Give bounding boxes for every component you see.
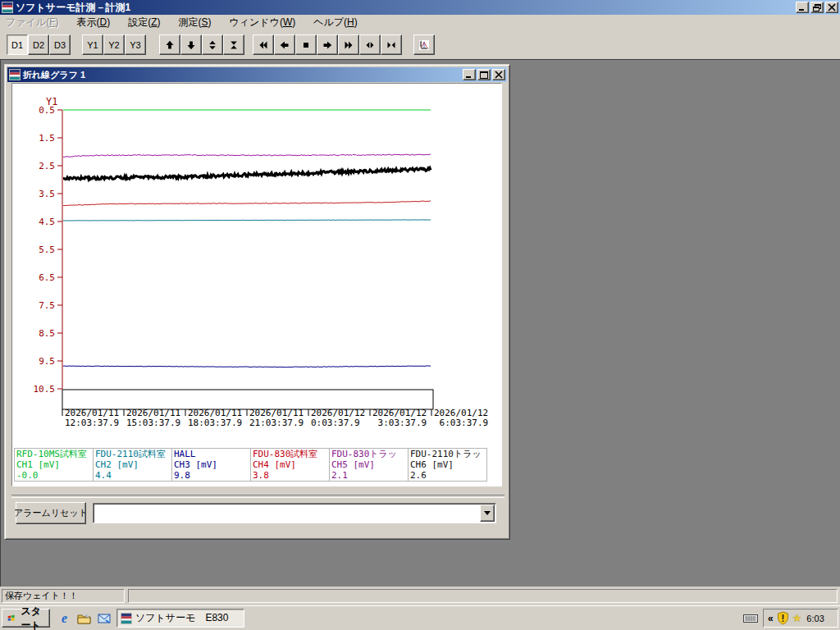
legend-channel-5: FDU-830トラッCH5 [mV]2.1 — [329, 448, 409, 482]
status-bar: 保存ウェイト！！ — [0, 587, 840, 605]
legend-device-name: HALL — [174, 449, 249, 459]
legend-channel-1: RFD-10MS試料室CH1 [mV]-0.0 — [14, 448, 94, 482]
toolbar-button-fast-forward[interactable] — [338, 34, 359, 55]
toolbar-button-y3[interactable]: Y3 — [125, 34, 146, 55]
channel-legend: RFD-10MS試料室CH1 [mV]-0.0FDU-2110試料室CH2 [m… — [14, 448, 486, 482]
toolbar-button-scroll-up[interactable] — [159, 34, 180, 55]
svg-text:18:03:37.9: 18:03:37.9 — [188, 418, 242, 428]
menu-item-settings[interactable]: 設定(Z) — [122, 15, 166, 30]
toolbar-button-step-forward[interactable] — [317, 34, 338, 55]
compress-vertical-icon — [229, 39, 239, 52]
taskbar-task-softthermo[interactable]: ソフトサーモ E830 — [116, 609, 244, 628]
svg-text:7.5: 7.5 — [39, 300, 55, 311]
fast-forward-icon — [344, 39, 354, 52]
toolbar-button-rewind[interactable] — [253, 34, 274, 55]
svg-text:0.5: 0.5 — [39, 105, 55, 116]
menu-item-measure[interactable]: 測定(S) — [172, 15, 217, 30]
toolbar-button-d2[interactable]: D2 — [28, 34, 49, 55]
menu-item-view[interactable]: 表示(D) — [71, 15, 116, 30]
shield-alert-icon[interactable] — [777, 611, 789, 625]
legend-channel-value: 2.1 — [331, 470, 406, 481]
toolbar-button-d3[interactable]: D3 — [49, 34, 71, 55]
legend-channel-value: 2.6 — [410, 470, 485, 481]
svg-text:5.5: 5.5 — [39, 244, 55, 255]
svg-text:10.5: 10.5 — [34, 384, 56, 395]
mdi-client-area: 折れ線グラフ 1 Y10.51.52.53.54.55.56.57.58.59.… — [0, 59, 840, 587]
child-maximize-button[interactable] — [477, 69, 491, 80]
combobox-value[interactable] — [95, 505, 479, 521]
stop-icon — [301, 39, 311, 52]
toolbar-button-d1[interactable]: D1 — [7, 34, 28, 55]
toolbar-button-line-chart[interactable] — [413, 34, 435, 55]
minimize-icon — [797, 3, 807, 11]
desktop: ソフトサーモ計測－計測1 ファイル(F)表示(D)設定(Z)測定(S)ウィンドウ… — [0, 0, 840, 630]
graph-window-title: 折れ線グラフ 1 — [23, 69, 85, 81]
line-chart-icon — [419, 39, 429, 52]
toolbar-button-y2[interactable]: Y2 — [103, 34, 125, 55]
menu-item-help[interactable]: ヘルプ(H) — [308, 15, 363, 30]
svg-text:4.5: 4.5 — [39, 217, 55, 227]
toolbar-button-scroll-down[interactable] — [180, 34, 202, 55]
divider — [11, 495, 504, 498]
legend-device-name: FDU-830試料室 — [253, 449, 327, 459]
maximize-icon — [479, 71, 489, 80]
star-icon[interactable]: ★ — [792, 612, 802, 624]
toolbar-button-stop[interactable] — [295, 34, 317, 55]
combobox-dropdown-button[interactable] — [480, 504, 495, 522]
scroll-down-icon — [186, 39, 196, 52]
minimize-button[interactable] — [796, 2, 809, 13]
keyboard-icon[interactable] — [743, 613, 758, 623]
step-back-icon — [280, 39, 290, 52]
graph-window: 折れ線グラフ 1 Y10.51.52.53.54.55.56.57.58.59.… — [4, 64, 510, 540]
toolbar-button-compress-vertical[interactable] — [223, 34, 244, 55]
legend-channel-6: FDU-2110トラッCH6 [mV]2.6 — [408, 448, 487, 482]
quick-launch: e — [57, 610, 111, 627]
ie-icon[interactable]: e — [57, 612, 71, 626]
show-desktop-icon[interactable] — [77, 612, 91, 626]
rewind-icon — [258, 39, 268, 52]
legend-channel-label: CH1 [mV] — [16, 459, 91, 470]
scroll-up-icon — [165, 39, 175, 52]
legend-device-name: RFD-10MS試料室 — [16, 449, 91, 459]
legend-channel-value: 3.8 — [253, 470, 327, 481]
legend-device-name: FDU-830トラッ — [331, 449, 406, 459]
line-chart: Y10.51.52.53.54.55.56.57.58.59.510.52026… — [12, 84, 501, 486]
compress-horizontal-icon — [386, 39, 396, 52]
menu-bar: ファイル(F)表示(D)設定(Z)測定(S)ウィンドウ(W)ヘルプ(H) — [0, 15, 840, 30]
menu-item-window[interactable]: ウィンドウ(W) — [224, 15, 302, 30]
app-icon — [121, 613, 132, 624]
menu-item-file: ファイル(F) — [0, 15, 64, 30]
toolbar-button-expand-horizontal[interactable] — [359, 34, 381, 55]
legend-channel-value: -0.0 — [16, 470, 91, 481]
status-message: 保存ウェイト！！ — [2, 589, 125, 603]
status-panel-empty — [128, 589, 838, 603]
svg-text:9.5: 9.5 — [39, 356, 55, 367]
close-icon — [494, 71, 504, 79]
child-minimize-button[interactable] — [463, 69, 476, 80]
svg-text:12:03:37.9: 12:03:37.9 — [65, 418, 119, 428]
toolbar-button-y1[interactable]: Y1 — [82, 34, 103, 55]
tray-chevrons[interactable]: « — [768, 613, 774, 624]
message-combobox[interactable] — [93, 503, 496, 523]
legend-device-name: FDU-2110試料室 — [95, 449, 170, 459]
graph-window-titlebar[interactable]: 折れ線グラフ 1 — [7, 67, 507, 82]
alarm-reset-button[interactable]: アラームリセット — [16, 502, 86, 524]
child-close-button[interactable] — [492, 69, 505, 80]
toolbar: D1D2D3Y1Y2Y3 — [0, 30, 840, 59]
start-button[interactable]: スタート — [2, 609, 50, 628]
tray-clock[interactable]: 6:03 — [806, 614, 824, 623]
svg-text:8.5: 8.5 — [39, 328, 55, 339]
legend-channel-label: CH5 [mV] — [331, 459, 406, 470]
toolbar-button-step-back[interactable] — [274, 34, 295, 55]
legend-channel-label: CH6 [mV] — [410, 459, 485, 470]
restore-button[interactable] — [810, 2, 824, 13]
start-label: スタート — [17, 605, 44, 630]
svg-text:0:03:37.9: 0:03:37.9 — [311, 418, 360, 428]
graph-window-icon — [9, 69, 21, 80]
outlook-express-icon[interactable] — [97, 612, 111, 626]
toolbar-button-expand-vertical[interactable] — [202, 34, 223, 55]
svg-text:6:03:37.9: 6:03:37.9 — [434, 418, 488, 428]
toolbar-button-compress-horizontal[interactable] — [381, 34, 402, 55]
legend-channel-value: 4.4 — [95, 470, 170, 481]
close-button[interactable] — [825, 2, 838, 13]
